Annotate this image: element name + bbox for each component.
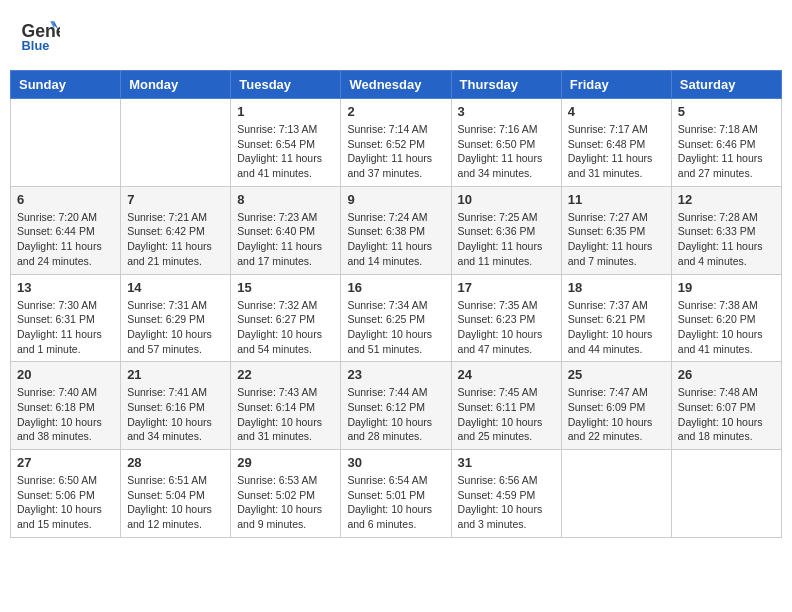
- calendar-cell: 13Sunrise: 7:30 AM Sunset: 6:31 PM Dayli…: [11, 274, 121, 362]
- day-number: 7: [127, 192, 224, 207]
- calendar-cell: 11Sunrise: 7:27 AM Sunset: 6:35 PM Dayli…: [561, 186, 671, 274]
- calendar-cell: 6Sunrise: 7:20 AM Sunset: 6:44 PM Daylig…: [11, 186, 121, 274]
- calendar-cell: 10Sunrise: 7:25 AM Sunset: 6:36 PM Dayli…: [451, 186, 561, 274]
- calendar-cell: 1Sunrise: 7:13 AM Sunset: 6:54 PM Daylig…: [231, 99, 341, 187]
- day-header-thursday: Thursday: [451, 71, 561, 99]
- calendar-cell: [121, 99, 231, 187]
- calendar-table: SundayMondayTuesdayWednesdayThursdayFrid…: [10, 70, 782, 538]
- day-number: 17: [458, 280, 555, 295]
- day-number: 23: [347, 367, 444, 382]
- day-number: 13: [17, 280, 114, 295]
- day-number: 24: [458, 367, 555, 382]
- day-number: 6: [17, 192, 114, 207]
- calendar-cell: 8Sunrise: 7:23 AM Sunset: 6:40 PM Daylig…: [231, 186, 341, 274]
- day-number: 30: [347, 455, 444, 470]
- day-header-sunday: Sunday: [11, 71, 121, 99]
- day-info: Sunrise: 7:28 AM Sunset: 6:33 PM Dayligh…: [678, 210, 775, 269]
- day-info: Sunrise: 7:40 AM Sunset: 6:18 PM Dayligh…: [17, 385, 114, 444]
- day-number: 20: [17, 367, 114, 382]
- day-info: Sunrise: 7:34 AM Sunset: 6:25 PM Dayligh…: [347, 298, 444, 357]
- day-number: 29: [237, 455, 334, 470]
- day-number: 18: [568, 280, 665, 295]
- day-info: Sunrise: 7:35 AM Sunset: 6:23 PM Dayligh…: [458, 298, 555, 357]
- day-info: Sunrise: 7:30 AM Sunset: 6:31 PM Dayligh…: [17, 298, 114, 357]
- day-header-saturday: Saturday: [671, 71, 781, 99]
- calendar-cell: 21Sunrise: 7:41 AM Sunset: 6:16 PM Dayli…: [121, 362, 231, 450]
- day-number: 5: [678, 104, 775, 119]
- calendar-cell: 24Sunrise: 7:45 AM Sunset: 6:11 PM Dayli…: [451, 362, 561, 450]
- calendar-cell: 18Sunrise: 7:37 AM Sunset: 6:21 PM Dayli…: [561, 274, 671, 362]
- day-number: 22: [237, 367, 334, 382]
- calendar-cell: 4Sunrise: 7:17 AM Sunset: 6:48 PM Daylig…: [561, 99, 671, 187]
- calendar-cell: 22Sunrise: 7:43 AM Sunset: 6:14 PM Dayli…: [231, 362, 341, 450]
- day-info: Sunrise: 6:51 AM Sunset: 5:04 PM Dayligh…: [127, 473, 224, 532]
- svg-text:Blue: Blue: [22, 38, 50, 53]
- day-header-wednesday: Wednesday: [341, 71, 451, 99]
- day-number: 3: [458, 104, 555, 119]
- day-info: Sunrise: 7:25 AM Sunset: 6:36 PM Dayligh…: [458, 210, 555, 269]
- calendar-cell: [561, 450, 671, 538]
- day-number: 15: [237, 280, 334, 295]
- calendar-cell: 30Sunrise: 6:54 AM Sunset: 5:01 PM Dayli…: [341, 450, 451, 538]
- day-info: Sunrise: 7:21 AM Sunset: 6:42 PM Dayligh…: [127, 210, 224, 269]
- day-info: Sunrise: 7:38 AM Sunset: 6:20 PM Dayligh…: [678, 298, 775, 357]
- day-number: 8: [237, 192, 334, 207]
- day-info: Sunrise: 7:31 AM Sunset: 6:29 PM Dayligh…: [127, 298, 224, 357]
- day-info: Sunrise: 7:47 AM Sunset: 6:09 PM Dayligh…: [568, 385, 665, 444]
- calendar-week-row: 27Sunrise: 6:50 AM Sunset: 5:06 PM Dayli…: [11, 450, 782, 538]
- calendar-cell: 23Sunrise: 7:44 AM Sunset: 6:12 PM Dayli…: [341, 362, 451, 450]
- day-info: Sunrise: 7:43 AM Sunset: 6:14 PM Dayligh…: [237, 385, 334, 444]
- day-number: 11: [568, 192, 665, 207]
- day-info: Sunrise: 7:44 AM Sunset: 6:12 PM Dayligh…: [347, 385, 444, 444]
- day-number: 12: [678, 192, 775, 207]
- calendar-cell: 28Sunrise: 6:51 AM Sunset: 5:04 PM Dayli…: [121, 450, 231, 538]
- calendar-header-row: SundayMondayTuesdayWednesdayThursdayFrid…: [11, 71, 782, 99]
- calendar-cell: 16Sunrise: 7:34 AM Sunset: 6:25 PM Dayli…: [341, 274, 451, 362]
- day-number: 31: [458, 455, 555, 470]
- day-number: 2: [347, 104, 444, 119]
- day-info: Sunrise: 6:53 AM Sunset: 5:02 PM Dayligh…: [237, 473, 334, 532]
- calendar-cell: 3Sunrise: 7:16 AM Sunset: 6:50 PM Daylig…: [451, 99, 561, 187]
- calendar-cell: 14Sunrise: 7:31 AM Sunset: 6:29 PM Dayli…: [121, 274, 231, 362]
- day-number: 10: [458, 192, 555, 207]
- calendar-cell: [671, 450, 781, 538]
- calendar-cell: 2Sunrise: 7:14 AM Sunset: 6:52 PM Daylig…: [341, 99, 451, 187]
- day-info: Sunrise: 7:32 AM Sunset: 6:27 PM Dayligh…: [237, 298, 334, 357]
- day-number: 16: [347, 280, 444, 295]
- calendar-cell: 17Sunrise: 7:35 AM Sunset: 6:23 PM Dayli…: [451, 274, 561, 362]
- day-info: Sunrise: 7:16 AM Sunset: 6:50 PM Dayligh…: [458, 122, 555, 181]
- day-info: Sunrise: 6:50 AM Sunset: 5:06 PM Dayligh…: [17, 473, 114, 532]
- day-info: Sunrise: 7:37 AM Sunset: 6:21 PM Dayligh…: [568, 298, 665, 357]
- day-header-friday: Friday: [561, 71, 671, 99]
- calendar-cell: 5Sunrise: 7:18 AM Sunset: 6:46 PM Daylig…: [671, 99, 781, 187]
- calendar-cell: 9Sunrise: 7:24 AM Sunset: 6:38 PM Daylig…: [341, 186, 451, 274]
- header: General Blue: [10, 10, 782, 60]
- day-info: Sunrise: 7:41 AM Sunset: 6:16 PM Dayligh…: [127, 385, 224, 444]
- calendar-week-row: 1Sunrise: 7:13 AM Sunset: 6:54 PM Daylig…: [11, 99, 782, 187]
- day-info: Sunrise: 7:14 AM Sunset: 6:52 PM Dayligh…: [347, 122, 444, 181]
- calendar-cell: [11, 99, 121, 187]
- logo: General Blue: [20, 15, 64, 55]
- day-number: 27: [17, 455, 114, 470]
- calendar-cell: 7Sunrise: 7:21 AM Sunset: 6:42 PM Daylig…: [121, 186, 231, 274]
- day-info: Sunrise: 7:13 AM Sunset: 6:54 PM Dayligh…: [237, 122, 334, 181]
- day-number: 21: [127, 367, 224, 382]
- calendar-week-row: 20Sunrise: 7:40 AM Sunset: 6:18 PM Dayli…: [11, 362, 782, 450]
- calendar-cell: 31Sunrise: 6:56 AM Sunset: 4:59 PM Dayli…: [451, 450, 561, 538]
- calendar-cell: 29Sunrise: 6:53 AM Sunset: 5:02 PM Dayli…: [231, 450, 341, 538]
- day-info: Sunrise: 7:48 AM Sunset: 6:07 PM Dayligh…: [678, 385, 775, 444]
- day-info: Sunrise: 7:24 AM Sunset: 6:38 PM Dayligh…: [347, 210, 444, 269]
- logo-icon: General Blue: [20, 15, 60, 55]
- day-info: Sunrise: 7:17 AM Sunset: 6:48 PM Dayligh…: [568, 122, 665, 181]
- calendar-cell: 26Sunrise: 7:48 AM Sunset: 6:07 PM Dayli…: [671, 362, 781, 450]
- day-info: Sunrise: 7:18 AM Sunset: 6:46 PM Dayligh…: [678, 122, 775, 181]
- calendar-cell: 25Sunrise: 7:47 AM Sunset: 6:09 PM Dayli…: [561, 362, 671, 450]
- day-number: 4: [568, 104, 665, 119]
- calendar-cell: 12Sunrise: 7:28 AM Sunset: 6:33 PM Dayli…: [671, 186, 781, 274]
- day-info: Sunrise: 7:23 AM Sunset: 6:40 PM Dayligh…: [237, 210, 334, 269]
- calendar-cell: 27Sunrise: 6:50 AM Sunset: 5:06 PM Dayli…: [11, 450, 121, 538]
- day-info: Sunrise: 6:54 AM Sunset: 5:01 PM Dayligh…: [347, 473, 444, 532]
- day-info: Sunrise: 7:45 AM Sunset: 6:11 PM Dayligh…: [458, 385, 555, 444]
- day-header-monday: Monday: [121, 71, 231, 99]
- calendar-week-row: 6Sunrise: 7:20 AM Sunset: 6:44 PM Daylig…: [11, 186, 782, 274]
